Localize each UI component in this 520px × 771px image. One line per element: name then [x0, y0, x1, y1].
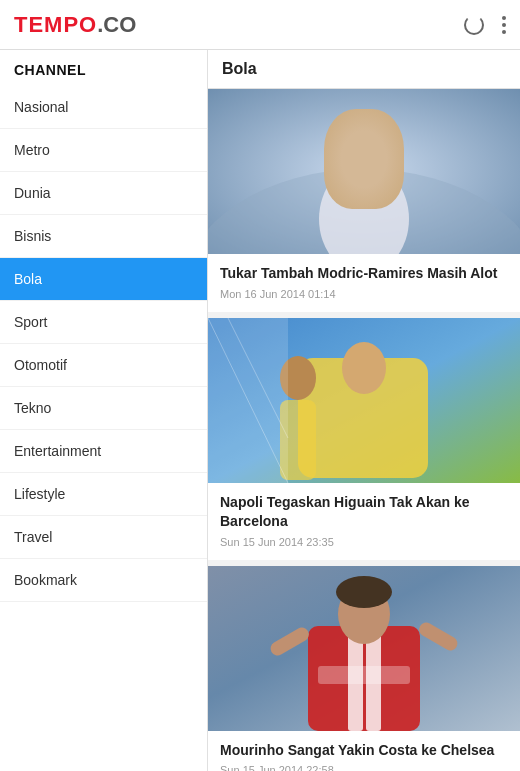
article-body-1: Tukar Tambah Modric-Ramires Masih Alot M… — [208, 254, 520, 312]
article-image-costa — [208, 566, 520, 731]
svg-point-8 — [342, 342, 386, 394]
app-logo: TEMPO . CO — [14, 12, 136, 38]
sidebar-item-otomotif[interactable]: Otomotif — [0, 344, 207, 387]
article-card-1[interactable]: Tukar Tambah Modric-Ramires Masih Alot M… — [208, 89, 520, 312]
refresh-icon[interactable] — [464, 15, 484, 35]
svg-point-19 — [336, 576, 392, 608]
article-body-3: Mourinho Sangat Yakin Costa ke Chelsea S… — [208, 731, 520, 771]
header-actions — [464, 15, 506, 35]
sidebar-item-tekno[interactable]: Tekno — [0, 387, 207, 430]
sidebar-item-nasional[interactable]: Nasional — [0, 86, 207, 129]
content-area: Bola — [208, 50, 520, 771]
sidebar-item-dunia[interactable]: Dunia — [0, 172, 207, 215]
svg-point-2 — [319, 164, 409, 254]
article-title-3: Mourinho Sangat Yakin Costa ke Chelsea — [220, 741, 508, 761]
article-image-napoli — [208, 318, 520, 483]
sidebar-item-metro[interactable]: Metro — [0, 129, 207, 172]
sidebar-item-bola[interactable]: Bola — [0, 258, 207, 301]
sidebar: CHANNEL Nasional Metro Dunia Bisnis Bola… — [0, 50, 208, 771]
sidebar-item-sport[interactable]: Sport — [0, 301, 207, 344]
article-date-3: Sun 15 Jun 2014 22:58 — [220, 764, 508, 771]
channel-header: CHANNEL — [0, 50, 207, 86]
logo-tempo: TEMPO — [14, 12, 97, 38]
article-card-2[interactable]: Napoli Tegaskan Higuain Tak Akan ke Barc… — [208, 318, 520, 560]
main-layout: CHANNEL Nasional Metro Dunia Bisnis Bola… — [0, 50, 520, 771]
article-title-2: Napoli Tegaskan Higuain Tak Akan ke Barc… — [220, 493, 508, 532]
more-options-icon[interactable] — [502, 16, 506, 34]
article-body-2: Napoli Tegaskan Higuain Tak Akan ke Barc… — [208, 483, 520, 560]
article-image-modric — [208, 89, 520, 254]
svg-point-4 — [334, 113, 394, 149]
app-header: TEMPO . CO — [0, 0, 520, 50]
svg-point-5 — [356, 162, 372, 172]
sidebar-item-bisnis[interactable]: Bisnis — [0, 215, 207, 258]
sidebar-item-travel[interactable]: Travel — [0, 516, 207, 559]
sidebar-item-lifestyle[interactable]: Lifestyle — [0, 473, 207, 516]
article-card-3[interactable]: Mourinho Sangat Yakin Costa ke Chelsea S… — [208, 566, 520, 771]
section-title: Bola — [208, 50, 520, 89]
article-title-1: Tukar Tambah Modric-Ramires Masih Alot — [220, 264, 508, 284]
article-date-2: Sun 15 Jun 2014 23:35 — [220, 536, 508, 548]
svg-point-3 — [336, 120, 392, 188]
article-date-1: Mon 16 Jun 2014 01:14 — [220, 288, 508, 300]
sidebar-item-bookmark[interactable]: Bookmark — [0, 559, 207, 602]
logo-co: CO — [103, 12, 136, 38]
svg-rect-22 — [318, 666, 410, 684]
sidebar-item-entertainment[interactable]: Entertainment — [0, 430, 207, 473]
